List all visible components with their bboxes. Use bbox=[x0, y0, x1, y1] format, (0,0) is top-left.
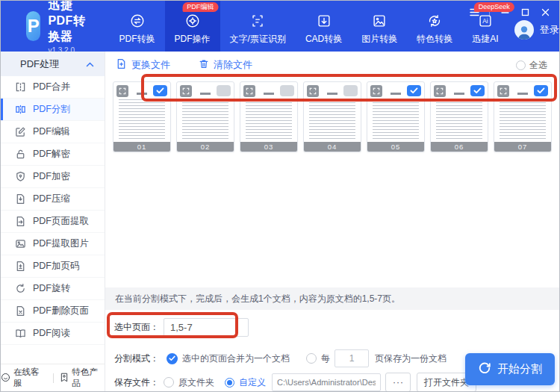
sidebar-item-pdf-delete-page[interactable]: PDF删除页面 bbox=[1, 300, 105, 323]
save-path-input[interactable] bbox=[272, 373, 381, 391]
featured-products-link[interactable]: 特色产品 bbox=[60, 367, 105, 389]
clear-file-button[interactable]: 清除文件 bbox=[199, 58, 252, 72]
sidebar-item-label: PDF页面提取 bbox=[33, 215, 89, 228]
sidebar-item-pdf-edit[interactable]: PDF编辑 bbox=[1, 121, 105, 143]
sidebar-item-pdf-extract-page[interactable]: PDF页面提取 bbox=[1, 211, 105, 233]
page-preview bbox=[182, 99, 228, 141]
avatar[interactable] bbox=[514, 20, 534, 40]
nav-label: 图片转换 bbox=[361, 33, 397, 46]
nav-image-convert[interactable]: 图片转换 bbox=[352, 1, 407, 52]
expand-icon[interactable] bbox=[180, 85, 192, 97]
page-thumbnail-4[interactable]: 04 bbox=[303, 81, 361, 152]
page-number: 07 bbox=[494, 142, 551, 152]
nav-cad-convert[interactable]: CAD转换 bbox=[296, 1, 352, 52]
chevron-up-icon bbox=[86, 58, 94, 69]
main-panel: 更换文件 清除文件 全选 01 02 bbox=[105, 52, 559, 391]
maximize-icon[interactable] bbox=[520, 7, 530, 17]
page-preview bbox=[436, 99, 482, 141]
split-spinner-icon bbox=[478, 361, 491, 377]
original-folder-radio[interactable] bbox=[164, 377, 174, 388]
expand-icon[interactable] bbox=[434, 85, 446, 97]
page-thumbnail-6[interactable]: 06 bbox=[430, 81, 488, 152]
split-mode-label: 分割模式： bbox=[114, 352, 159, 365]
page-thumbnail-7[interactable]: 07 bbox=[494, 81, 552, 152]
sidebar-item-pdf-decrypt[interactable]: PDF解密 bbox=[1, 143, 105, 166]
custom-folder-radio[interactable] bbox=[225, 378, 234, 388]
page-thumbnail-2[interactable]: 02 bbox=[176, 81, 234, 152]
pages-per-doc-input[interactable] bbox=[335, 349, 369, 367]
sidebar: PDF处理 PDF合并 PDF分割 PDF编辑 PDF解密 PDF加密 PD bbox=[1, 52, 105, 391]
login-register-link[interactable]: 登录/注册 bbox=[540, 23, 560, 37]
sidebar-item-label: PDF加密 bbox=[33, 170, 70, 183]
page-thumbnail-1[interactable]: 01 bbox=[113, 81, 171, 152]
expand-icon[interactable] bbox=[243, 85, 255, 97]
clear-file-label: 清除文件 bbox=[214, 58, 252, 72]
sidebar-item-label: PDF编辑 bbox=[33, 125, 70, 138]
sidebar-item-label: PDF旋转 bbox=[33, 282, 70, 295]
sidebar-item-pdf-read[interactable]: PDF阅读 bbox=[1, 323, 105, 345]
sidebar-item-pdf-merge[interactable]: PDF合并 bbox=[1, 76, 105, 99]
page-checkbox[interactable] bbox=[153, 85, 167, 96]
book-icon bbox=[15, 328, 26, 339]
selected-pages-label: 选中页面： bbox=[114, 321, 159, 334]
close-icon[interactable] bbox=[540, 7, 550, 17]
shield-lock-icon bbox=[15, 171, 26, 182]
sidebar-item-pdf-split[interactable]: PDF分割 bbox=[1, 99, 105, 121]
select-all-toggle[interactable]: 全选 bbox=[516, 59, 547, 72]
expand-icon[interactable] bbox=[116, 85, 128, 97]
browse-folder-button[interactable]: ··· bbox=[385, 373, 411, 392]
main-nav: PDF转换 PDF编辑 PDF操作 文字/票证识别 CAD转换 bbox=[110, 1, 508, 52]
selected-pages-input[interactable] bbox=[164, 318, 249, 337]
merge-pages-radio[interactable] bbox=[167, 353, 178, 364]
nav-pdf-operate[interactable]: PDF编辑 PDF操作 bbox=[165, 1, 220, 52]
custom-folder-label[interactable]: 自定义 bbox=[239, 376, 266, 389]
sidebar-footer: 在线客服 特色产品 bbox=[1, 364, 105, 391]
page-checkbox[interactable] bbox=[343, 85, 358, 96]
page-number: 06 bbox=[431, 142, 488, 152]
nav-label: 文字/票证识别 bbox=[230, 33, 286, 46]
deepseek-badge: DeepSeek bbox=[474, 2, 514, 12]
sidebar-item-pdf-compress[interactable]: PDF压缩 bbox=[1, 188, 105, 211]
expand-icon[interactable] bbox=[497, 85, 509, 97]
star-refresh-icon bbox=[426, 12, 443, 30]
sidebar-item-pdf-extract-image[interactable]: PDF提取图片 bbox=[1, 233, 105, 255]
page-checkbox[interactable] bbox=[407, 85, 421, 96]
nav-pdf-convert[interactable]: PDF转换 bbox=[110, 1, 165, 52]
sidebar-section-title: PDF处理 bbox=[20, 57, 59, 71]
start-split-button[interactable]: 开始分割 bbox=[465, 353, 555, 385]
expand-icon[interactable] bbox=[307, 85, 319, 97]
divider bbox=[53, 373, 54, 383]
nav-label: 迅捷AI bbox=[472, 33, 498, 46]
sidebar-item-label: PDF阅读 bbox=[33, 327, 70, 340]
nav-special-convert[interactable]: 特色转换 bbox=[407, 1, 462, 52]
page-thumbnail-3[interactable]: 03 bbox=[240, 81, 298, 152]
sidebar-item-pdf-rotate[interactable]: PDF旋转 bbox=[1, 278, 105, 300]
app-title: 迅捷PDF转换器 bbox=[48, 0, 90, 45]
sidebar-item-label: PDF删除页面 bbox=[33, 305, 89, 317]
sidebar-item-pdf-encrypt[interactable]: PDF加密 bbox=[1, 166, 105, 188]
page-checkbox[interactable] bbox=[470, 85, 485, 96]
every-n-pages-radio[interactable] bbox=[306, 353, 317, 364]
nav-label: 特色转换 bbox=[417, 33, 452, 46]
online-support-link[interactable]: 在线客服 bbox=[1, 367, 46, 389]
download-box-icon bbox=[316, 12, 332, 30]
pdf-edit-badge: PDF编辑 bbox=[182, 2, 218, 12]
original-folder-label[interactable]: 原文件夹 bbox=[178, 376, 214, 389]
nav-label: PDF操作 bbox=[175, 33, 211, 46]
unlock-icon bbox=[15, 149, 26, 160]
merge-icon bbox=[15, 81, 26, 93]
sidebar-item-label: PDF加页码 bbox=[33, 260, 80, 273]
replace-file-button[interactable]: 更换文件 bbox=[116, 58, 170, 72]
featured-products-label: 特色产品 bbox=[72, 367, 105, 389]
sidebar-section-header[interactable]: PDF处理 bbox=[1, 52, 105, 76]
expand-icon[interactable] bbox=[370, 85, 382, 97]
nav-ocr[interactable]: 文字/票证识别 bbox=[220, 1, 296, 52]
logo-icon: P bbox=[26, 11, 40, 41]
page-thumbnail-5[interactable]: 05 bbox=[367, 81, 425, 152]
merge-pages-option-label[interactable]: 选中的页面合并为一个文档 bbox=[182, 352, 290, 365]
page-checkbox[interactable] bbox=[217, 85, 231, 96]
page-checkbox[interactable] bbox=[534, 85, 548, 96]
online-support-label: 在线客服 bbox=[13, 367, 46, 389]
page-checkbox[interactable] bbox=[280, 85, 294, 96]
sidebar-item-pdf-page-number[interactable]: PDF加页码 bbox=[1, 255, 105, 278]
